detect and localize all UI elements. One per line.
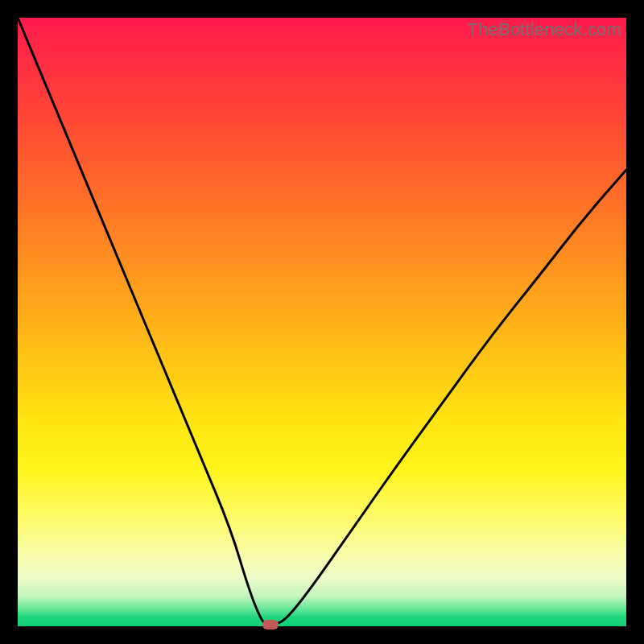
optimum-marker — [262, 620, 279, 630]
plot-area: TheBottleneck.com — [18, 18, 626, 626]
chart-frame: TheBottleneck.com — [0, 0, 644, 644]
bottleneck-curve — [18, 18, 626, 626]
